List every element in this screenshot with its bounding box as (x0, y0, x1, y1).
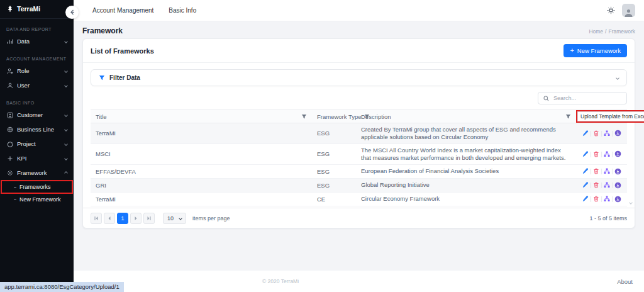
filter-funnel-icon[interactable] (565, 114, 571, 120)
topnav-basic-info[interactable]: Basic Info (169, 7, 196, 14)
cell-description: Global Reporting Initiative (356, 178, 576, 192)
next-page-button[interactable] (130, 213, 142, 224)
hierarchy-icon[interactable] (603, 195, 611, 203)
sidebar-item-business-line[interactable]: Business Line (0, 122, 74, 137)
download-icon[interactable] (614, 167, 622, 176)
tree-logo-icon (6, 5, 14, 13)
hierarchy-icon[interactable] (603, 167, 611, 176)
divider: | (612, 151, 613, 157)
divider: | (601, 168, 602, 174)
breadcrumb-home[interactable]: Home (589, 28, 603, 35)
chevron-down-icon (616, 76, 619, 80)
sidebar-item-label: Data (17, 38, 30, 45)
annotation-box-upload: Upload Template from Excel (577, 111, 644, 121)
page-number-button[interactable]: 1 (117, 213, 128, 224)
first-page-button[interactable] (91, 213, 102, 224)
top-navbar: Account Management Basic Info (74, 0, 644, 21)
card-header: List of Frameworks + New Framework (83, 39, 635, 63)
kpi-icon (6, 155, 13, 162)
delete-icon[interactable] (592, 195, 600, 203)
sidebar-item-label: Role (17, 67, 30, 74)
scrollbar-chevron-icon[interactable] (629, 201, 633, 205)
edit-icon[interactable] (581, 195, 589, 203)
chevron-down-icon (64, 142, 68, 146)
table-row[interactable]: GRI ESG Global Reporting Initiative ||| (91, 178, 627, 192)
table-row[interactable]: EFFAS/DEVFA ESG European Federation of F… (91, 164, 627, 178)
upload-template-button[interactable]: Upload Template from Excel (577, 111, 644, 121)
sidebar-item-role[interactable]: Role (0, 64, 74, 78)
topnav-account-management[interactable]: Account Management (92, 7, 153, 14)
content-spacer (74, 228, 644, 271)
edit-icon[interactable] (581, 150, 589, 158)
chevron-down-icon (64, 113, 68, 117)
customer-icon (6, 111, 13, 118)
framework-gear-icon (6, 169, 13, 176)
table-row[interactable]: MSCI ESG The MSCI All Country World Inde… (91, 143, 627, 164)
chevron-down-icon (64, 128, 68, 132)
sidebar-section-account-management: ACCOUNT MANAGEMENT (0, 48, 74, 64)
column-header-description: Description (356, 110, 576, 123)
sidebar-item-customer[interactable]: Customer (0, 108, 74, 122)
sidebar-item-label: Project (17, 140, 36, 147)
divider: | (601, 151, 602, 157)
delete-icon[interactable] (592, 129, 600, 137)
search-row (83, 86, 635, 108)
theme-toggle-sun-icon[interactable] (606, 6, 616, 16)
hierarchy-icon[interactable] (603, 181, 611, 189)
download-icon[interactable] (614, 181, 622, 189)
column-label: Description (361, 113, 391, 120)
plus-icon: + (570, 48, 574, 53)
cell-type: ESG (312, 123, 356, 144)
sidebar-subitem-new-framework[interactable]: New Framework (2, 194, 72, 205)
user-avatar[interactable] (622, 4, 635, 17)
hierarchy-icon[interactable] (603, 150, 611, 158)
prev-page-button[interactable] (104, 213, 115, 224)
delete-icon[interactable] (592, 150, 600, 158)
divider: | (590, 182, 591, 188)
project-icon (6, 140, 13, 147)
download-icon[interactable] (614, 150, 622, 158)
sidebar-subitem-frameworks[interactable]: Frameworks (2, 181, 72, 193)
sidebar-item-framework[interactable]: Framework (0, 166, 74, 180)
sidebar-item-kpi[interactable]: KPI (0, 151, 74, 166)
sidebar-section-basic-info: BASIC INFO (0, 93, 74, 108)
brand-logo[interactable]: TerraMi (0, 0, 74, 19)
cell-type: ESG (312, 143, 356, 164)
edit-icon[interactable] (581, 167, 589, 176)
page-size-select[interactable]: 10 (163, 213, 186, 224)
table-row[interactable]: TerraMi CE Circular Economy Framework ||… (91, 192, 627, 206)
download-icon[interactable] (614, 129, 622, 137)
delete-icon[interactable] (592, 167, 600, 176)
hierarchy-icon[interactable] (603, 129, 611, 137)
edit-icon[interactable] (581, 129, 589, 137)
user-icon (6, 82, 13, 89)
sidebar-collapse-button[interactable] (65, 6, 79, 19)
topbar-icons (606, 4, 635, 17)
cell-actions: ||| (576, 192, 627, 206)
role-icon (6, 67, 13, 74)
items-per-page-label: items per page (192, 215, 230, 222)
edit-icon[interactable] (581, 181, 589, 189)
last-page-button[interactable] (143, 213, 155, 224)
column-label: Framework Type (317, 113, 362, 120)
download-icon[interactable] (614, 195, 622, 203)
search-input[interactable] (552, 94, 621, 102)
table-row[interactable]: TerraMi ESG Created By TerraMi group tha… (91, 123, 627, 144)
sidebar-item-project[interactable]: Project (0, 137, 74, 151)
filter-data-panel[interactable]: Filter Data (91, 69, 627, 86)
page-header: Framework Home / Framework (74, 21, 644, 38)
about-link[interactable]: About (617, 278, 633, 285)
sidebar-item-user[interactable]: User (0, 78, 74, 93)
new-framework-label: New Framework (577, 47, 621, 54)
filter-funnel-icon (99, 75, 105, 81)
new-framework-button[interactable]: + New Framework (564, 44, 627, 57)
filter-left: Filter Data (99, 74, 140, 81)
divider: | (612, 182, 613, 188)
sidebar-item-label: Customer (17, 111, 43, 118)
bullet-dash (14, 187, 16, 188)
filter-funnel-icon[interactable] (301, 114, 307, 120)
delete-icon[interactable] (592, 181, 600, 189)
sidebar-item-data[interactable]: Data (0, 34, 74, 48)
data-icon (6, 38, 13, 45)
cell-title: EFFAS/DEVFA (91, 164, 312, 178)
